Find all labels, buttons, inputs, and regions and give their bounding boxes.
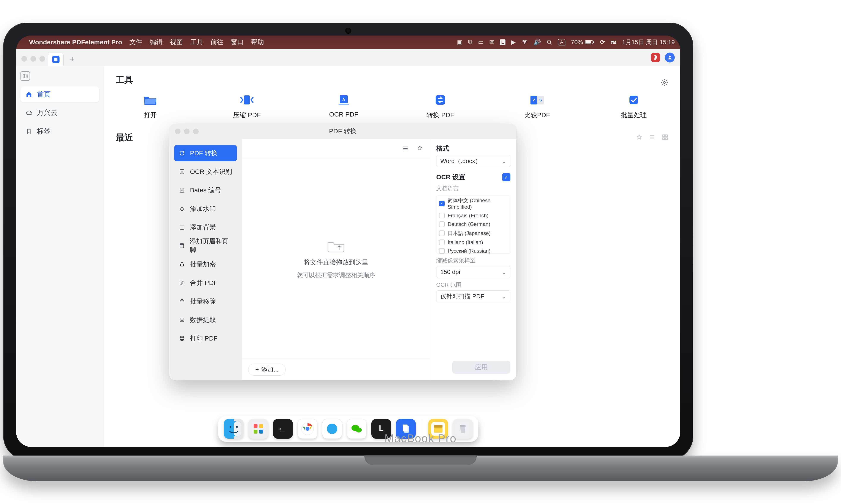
status-clock[interactable]: 1月15日 周日 15:19 bbox=[622, 38, 675, 46]
language-option[interactable]: Русский (Russian) bbox=[436, 247, 510, 254]
laptop-label: MacBook Pro bbox=[384, 432, 457, 445]
status-battery[interactable]: 70% bbox=[571, 39, 594, 46]
status-airplay-icon[interactable]: ▭ bbox=[478, 39, 484, 46]
ocr-enable-checkbox[interactable]: ✓ bbox=[502, 173, 511, 181]
macos-menubar: Wondershare PDFelement Pro 文件 编辑 视图 工具 前… bbox=[16, 36, 680, 49]
cloud-icon bbox=[25, 109, 33, 116]
tool-label: 转换 PDF bbox=[427, 111, 454, 120]
settings-gear-icon[interactable] bbox=[660, 78, 668, 87]
sidebar-item-home[interactable]: 首页 bbox=[20, 86, 99, 102]
language-option[interactable]: 简体中文 (Chinese Simplified) bbox=[436, 196, 510, 211]
checkbox-icon bbox=[439, 239, 445, 245]
sidebar-item-bookmarks[interactable]: 标签 bbox=[20, 123, 99, 139]
window-zoom-dot[interactable] bbox=[39, 56, 45, 61]
dialog-side-item-3[interactable]: 添加水印 bbox=[174, 200, 237, 217]
dock-launchpad-icon[interactable] bbox=[248, 419, 268, 439]
dock-finder-icon[interactable] bbox=[224, 419, 244, 439]
dialog-side-item-8[interactable]: 批量移除 bbox=[174, 293, 237, 309]
tool-compare[interactable]: VS 比较PDF bbox=[516, 93, 559, 120]
dialog-side-item-10[interactable]: 打印 PDF bbox=[174, 330, 237, 346]
status-spotlight-icon[interactable] bbox=[547, 39, 552, 45]
recent-list-icon[interactable] bbox=[649, 134, 655, 141]
status-wechat-icon[interactable]: ✉ bbox=[489, 39, 494, 46]
sidebar-item-cloud[interactable]: 万兴云 bbox=[20, 105, 99, 121]
tool-open[interactable]: 打开 bbox=[129, 93, 172, 120]
tool-batch[interactable]: 批量处理 bbox=[612, 93, 655, 120]
menu-edit[interactable]: 编辑 bbox=[150, 38, 162, 47]
dialog-side-item-2[interactable]: #Bates 编号 bbox=[174, 182, 237, 198]
menu-view[interactable]: 视图 bbox=[170, 38, 183, 47]
language-option[interactable]: Italiano (Italian) bbox=[436, 238, 510, 247]
dialog-minimize-dot[interactable] bbox=[184, 129, 190, 134]
format-select[interactable]: Word（.docx） ⌄ bbox=[436, 155, 511, 167]
ocr-scope-select[interactable]: 仅针对扫描 PDF ⌄ bbox=[436, 290, 511, 302]
tab-new-button[interactable]: + bbox=[66, 53, 79, 66]
status-volume-icon[interactable]: 🔊 bbox=[533, 39, 541, 46]
language-name: Français (French) bbox=[448, 213, 488, 219]
tab-home[interactable] bbox=[48, 53, 64, 66]
promo-badge-icon[interactable] bbox=[651, 53, 660, 62]
menu-file[interactable]: 文件 bbox=[130, 38, 142, 47]
svg-rect-77 bbox=[460, 426, 466, 427]
file-dropzone[interactable]: 将文件直接拖放到这里 您可以根据需求调整相关顺序 bbox=[242, 158, 430, 359]
dialog-side-item-7[interactable]: 合并 PDF bbox=[174, 275, 237, 291]
apply-button[interactable]: 应用 bbox=[452, 361, 511, 374]
downsample-select[interactable]: 150 dpi ⌄ bbox=[436, 266, 511, 278]
dialog-side-item-1[interactable]: AOCR 文本识别 bbox=[174, 163, 237, 180]
dock-safari-icon[interactable] bbox=[322, 419, 342, 439]
recent-heading: 最近 bbox=[116, 131, 133, 143]
menu-go[interactable]: 前往 bbox=[210, 38, 223, 47]
dialog-zoom-dot[interactable] bbox=[193, 129, 199, 134]
app-menu[interactable]: Wondershare PDFelement Pro bbox=[29, 39, 122, 46]
window-traffic-lights[interactable] bbox=[19, 56, 48, 66]
account-avatar[interactable] bbox=[665, 53, 675, 62]
menu-window[interactable]: 窗口 bbox=[231, 38, 244, 47]
dialog-titlebar[interactable]: PDF 转换 bbox=[169, 124, 516, 139]
checkbox-icon bbox=[439, 213, 445, 218]
menu-help[interactable]: 帮助 bbox=[251, 38, 264, 47]
menu-tools[interactable]: 工具 bbox=[190, 38, 203, 47]
status-display-icon[interactable]: ⧉ bbox=[468, 39, 473, 46]
status-input-source-icon[interactable]: A bbox=[558, 39, 565, 46]
status-sync-icon[interactable]: ⟳ bbox=[600, 39, 605, 46]
recent-grid-icon[interactable] bbox=[662, 134, 668, 141]
dialog-side-item-9[interactable]: 数据提取 bbox=[174, 312, 237, 328]
sidebar-collapse-button[interactable]: + bbox=[20, 71, 30, 81]
language-option[interactable]: Deutsch (German) bbox=[436, 220, 510, 229]
language-option[interactable]: 日本語 (Japanese) bbox=[436, 229, 510, 238]
dialog-side-item-0[interactable]: PDF 转换 bbox=[174, 145, 237, 161]
status-screenshot-icon[interactable]: ▣ bbox=[457, 39, 463, 46]
dialog-close-dot[interactable] bbox=[175, 129, 181, 134]
dialog-side-item-4[interactable]: 添加背景 bbox=[174, 219, 237, 235]
dock-terminal-icon[interactable]: ›_ bbox=[273, 419, 293, 439]
list-view-icon[interactable] bbox=[402, 145, 408, 152]
add-files-label: 添加... bbox=[261, 365, 278, 374]
print-icon bbox=[178, 336, 186, 341]
dialog-side-item-6[interactable]: 批量加密 bbox=[174, 256, 237, 272]
language-name: 日本語 (Japanese) bbox=[448, 230, 491, 237]
dialog-side-label: 合并 PDF bbox=[190, 278, 218, 287]
status-control-center-icon[interactable] bbox=[611, 40, 617, 44]
status-app-l-icon[interactable]: L bbox=[500, 39, 505, 45]
add-files-button[interactable]: + 添加... bbox=[248, 364, 286, 376]
tool-compress[interactable]: 压缩 PDF bbox=[225, 93, 269, 120]
dialog-side-item-5[interactable]: 添加页眉和页脚 bbox=[174, 238, 237, 254]
svg-rect-54 bbox=[259, 430, 263, 434]
svg-point-48 bbox=[230, 426, 231, 428]
ocr-text-icon: A bbox=[178, 169, 186, 175]
dialog-center: 将文件直接拖放到这里 您可以根据需求调整相关顺序 + 添加... bbox=[242, 139, 430, 380]
language-option[interactable]: Français (French) bbox=[436, 211, 510, 220]
status-nowplaying-icon[interactable]: ▶ bbox=[511, 39, 516, 46]
window-close-dot[interactable] bbox=[21, 56, 27, 61]
recent-star-icon[interactable] bbox=[636, 134, 642, 141]
dock-wechat-icon[interactable] bbox=[347, 419, 366, 439]
window-minimize-dot[interactable] bbox=[30, 56, 36, 61]
tool-convert[interactable]: 转换 PDF bbox=[419, 93, 462, 120]
status-wifi-icon[interactable] bbox=[521, 40, 528, 44]
tool-ocr[interactable]: A OCR PDF bbox=[322, 93, 365, 120]
dock-chrome-icon[interactable] bbox=[297, 419, 317, 439]
favorite-icon[interactable] bbox=[417, 145, 423, 152]
dialog-side-label: Bates 编号 bbox=[190, 186, 221, 195]
language-list[interactable]: 简体中文 (Chinese Simplified)Français (Frenc… bbox=[436, 196, 511, 254]
tools-heading: 工具 bbox=[116, 74, 133, 86]
